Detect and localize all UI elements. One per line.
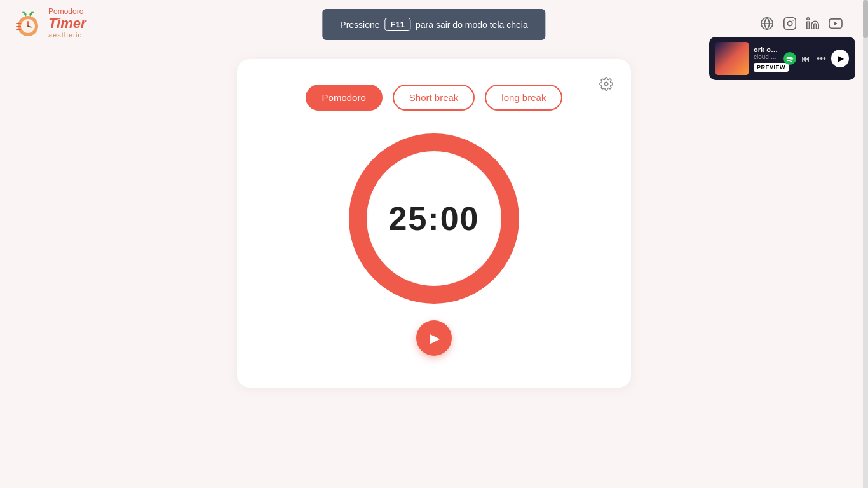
svg-rect-12 bbox=[807, 22, 810, 29]
spotify-thumbnail bbox=[715, 42, 749, 75]
fullscreen-banner: Pressione F11 para sair do modo tela che… bbox=[322, 9, 545, 40]
svg-marker-14 bbox=[834, 22, 837, 25]
spotify-prev-button[interactable]: ⏮ bbox=[800, 52, 811, 65]
spotify-play-icon: ▶ bbox=[838, 54, 844, 63]
instagram-icon[interactable] bbox=[783, 17, 797, 30]
spotify-controls: ⏮ ••• ▶ bbox=[783, 50, 849, 67]
spotify-info: ork or study · ma cloud shapes · chief. … bbox=[754, 46, 778, 72]
timer-display: 25:00 bbox=[389, 200, 480, 238]
svg-point-16 bbox=[604, 83, 608, 86]
timer-circle-container: 25:00 bbox=[345, 130, 523, 308]
tab-long-break[interactable]: long break bbox=[485, 85, 562, 111]
spotify-widget: ork or study · ma cloud shapes · chief. … bbox=[709, 37, 855, 80]
social-icons bbox=[760, 17, 843, 30]
gear-icon bbox=[599, 77, 613, 91]
spotify-more-button[interactable]: ••• bbox=[815, 52, 827, 65]
svg-rect-10 bbox=[784, 18, 796, 29]
tab-pomodoro[interactable]: Pomodoro bbox=[306, 85, 383, 111]
spotify-subtitle: cloud shapes · chief. bbox=[754, 53, 778, 60]
spotify-play-button[interactable]: ▶ bbox=[831, 50, 849, 67]
main-content: Pomodoro Short break long break 25:00 ▶ bbox=[0, 46, 868, 400]
logo-aesthetic-label: aesthetic bbox=[48, 31, 86, 39]
spotify-title: ork or study · ma bbox=[754, 46, 778, 53]
svg-point-13 bbox=[807, 18, 810, 20]
key-badge: F11 bbox=[385, 18, 410, 31]
action-label: para sair do modo tela cheia bbox=[416, 20, 528, 30]
scrollbar-track[interactable] bbox=[863, 0, 868, 488]
globe-icon[interactable] bbox=[760, 17, 774, 30]
play-icon: ▶ bbox=[430, 330, 440, 346]
logo-area: Pomodoro Timer aesthetic bbox=[13, 8, 86, 39]
logo-icon bbox=[13, 8, 43, 39]
tabs-row: Pomodoro Short break long break bbox=[275, 85, 593, 111]
tab-short-break[interactable]: Short break bbox=[393, 85, 475, 111]
scrollbar-thumb[interactable] bbox=[863, 0, 868, 38]
settings-button[interactable] bbox=[599, 77, 613, 95]
play-button[interactable]: ▶ bbox=[416, 320, 452, 356]
spotify-logo-icon bbox=[783, 52, 796, 65]
timer-card: Pomodoro Short break long break 25:00 ▶ bbox=[237, 59, 631, 388]
linkedin-icon[interactable] bbox=[806, 17, 820, 30]
press-label: Pressione bbox=[340, 20, 379, 30]
youtube-icon[interactable] bbox=[829, 17, 843, 30]
logo-text: Pomodoro Timer aesthetic bbox=[48, 8, 86, 39]
logo-timer-label: Timer bbox=[48, 16, 86, 31]
